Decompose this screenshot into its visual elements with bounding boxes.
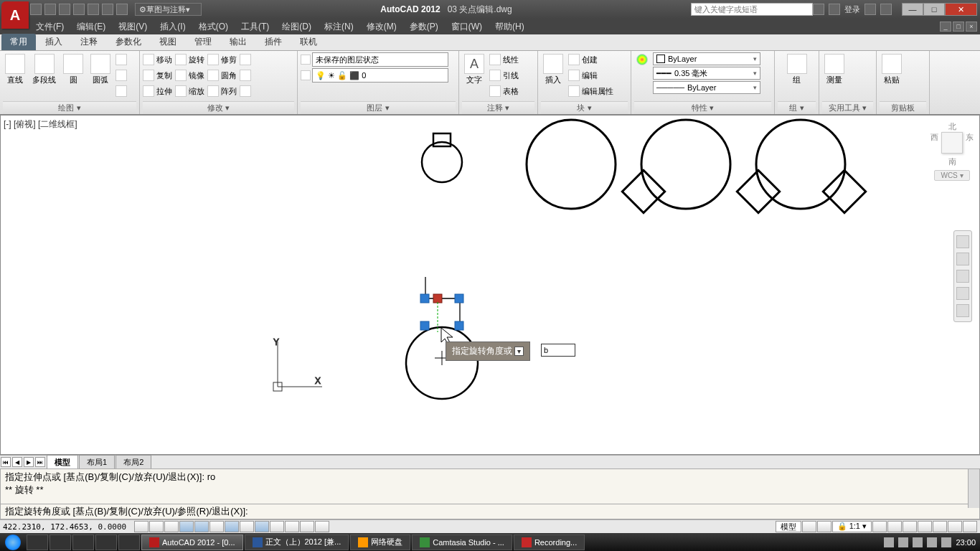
maximize-button[interactable]: □ xyxy=(923,3,945,16)
panel-draw-title[interactable]: 绘图 ▾ xyxy=(3,101,136,114)
command-history[interactable]: 指定拉伸点或 [基点(B)/复制(C)/放弃(U)/退出(X)]: ro ** … xyxy=(0,468,980,519)
dynamic-input[interactable] xyxy=(541,344,575,357)
menu-param[interactable]: 参数(P) xyxy=(404,19,444,34)
text-button[interactable]: A文字 xyxy=(462,52,486,87)
3dosnap-toggle[interactable] xyxy=(209,521,224,532)
lwt-toggle[interactable] xyxy=(270,521,284,532)
menu-draw[interactable]: 绘图(D) xyxy=(276,19,317,34)
clock[interactable]: 23:00 xyxy=(956,538,976,547)
color-combo[interactable]: ByLayer xyxy=(653,52,760,65)
menu-tools[interactable]: 工具(T) xyxy=(235,19,275,34)
signin-icon[interactable] xyxy=(829,4,840,15)
tab-first-button[interactable]: ⏮ xyxy=(1,457,11,467)
annoscale-button[interactable]: 🔒 1:1 ▾ xyxy=(832,521,872,532)
pinned-media[interactable] xyxy=(72,534,94,550)
menu-edit[interactable]: 编辑(E) xyxy=(71,19,111,34)
panel-group-title[interactable]: 组 ▾ xyxy=(778,101,816,114)
menu-view[interactable]: 视图(V) xyxy=(113,19,153,34)
mod-extra-1[interactable] xyxy=(240,52,251,67)
help-icon[interactable] xyxy=(880,4,892,15)
tray-expand-icon[interactable] xyxy=(884,537,894,547)
ws-switch-button[interactable] xyxy=(903,521,917,532)
toolbar-lock-button[interactable] xyxy=(918,521,932,532)
tray-volume-icon[interactable] xyxy=(941,537,951,547)
redo-icon[interactable] xyxy=(116,4,128,15)
viewport-label[interactable]: [-] [俯视] [二维线框] xyxy=(4,118,77,131)
tab-layout1[interactable]: 布局1 xyxy=(79,455,115,469)
menu-insert[interactable]: 插入(I) xyxy=(154,19,191,34)
layer-state-combo[interactable]: 未保存的图层状态 xyxy=(312,52,448,67)
panel-util-title[interactable]: 实用工具 ▾ xyxy=(822,101,873,114)
exchange-icon[interactable] xyxy=(864,4,876,15)
login-button[interactable]: 登录 xyxy=(844,4,860,15)
layer-props-button[interactable] xyxy=(301,55,311,65)
group-button[interactable]: 组 xyxy=(785,52,809,87)
linear-dim-button[interactable]: 线性 xyxy=(489,52,519,67)
tab-view[interactable]: 视图 xyxy=(151,34,185,50)
task-recording[interactable]: Recording... xyxy=(514,534,585,550)
open-icon[interactable] xyxy=(44,4,56,15)
snap-toggle[interactable] xyxy=(134,521,149,532)
showmotion-icon[interactable] xyxy=(956,304,969,317)
system-tray[interactable]: 23:00 xyxy=(880,537,980,547)
draw-extra-1[interactable] xyxy=(116,52,127,67)
menu-dim[interactable]: 标注(N) xyxy=(319,19,359,34)
move-button[interactable]: 移动 xyxy=(143,52,172,67)
copy-button[interactable]: 复制 xyxy=(143,68,172,83)
pinned-app2[interactable] xyxy=(118,534,140,550)
otrack-toggle[interactable] xyxy=(225,521,239,532)
menu-format[interactable]: 格式(O) xyxy=(193,19,234,34)
ortho-toggle[interactable] xyxy=(164,521,179,532)
tab-plugins[interactable]: 插件 xyxy=(256,34,291,50)
circle-button[interactable]: 圆 xyxy=(61,52,85,87)
trim-button[interactable]: 修剪 xyxy=(207,52,237,67)
draw-extra-2[interactable] xyxy=(116,68,127,83)
task-netdisk[interactable]: 网络硬盘 xyxy=(350,534,410,550)
fullnav-icon[interactable] xyxy=(956,235,969,248)
sc-toggle[interactable] xyxy=(315,521,329,532)
polar-toggle[interactable] xyxy=(179,521,194,532)
pinned-ie[interactable] xyxy=(50,534,71,550)
qp-toggle[interactable] xyxy=(300,521,314,532)
tab-last-button[interactable]: ⏭ xyxy=(35,457,45,467)
mirror-button[interactable]: 镜像 xyxy=(175,68,204,83)
task-camtasia[interactable]: Camtasia Studio - ... xyxy=(412,534,512,550)
tab-insert[interactable]: 插入 xyxy=(37,34,71,50)
wcs-badge[interactable]: WCS ▾ xyxy=(934,170,969,181)
scale-button[interactable]: 缩放 xyxy=(175,84,204,98)
stretch-button[interactable]: 拉伸 xyxy=(143,84,172,98)
fillet-button[interactable]: 圆角 xyxy=(207,68,237,83)
quickview-drawings[interactable] xyxy=(817,521,831,532)
close-button[interactable]: ✕ xyxy=(945,3,977,16)
arc-button[interactable]: 圆弧 xyxy=(88,52,113,87)
tray-flag-icon[interactable] xyxy=(898,537,908,547)
annovis-toggle[interactable] xyxy=(872,521,887,532)
tab-home[interactable]: 常用 xyxy=(1,34,36,50)
new-icon[interactable] xyxy=(30,4,42,15)
cmd-scrollbar[interactable] xyxy=(968,469,979,508)
search-icon[interactable] xyxy=(813,4,824,15)
pinned-explorer[interactable] xyxy=(27,534,48,550)
panel-props-title[interactable]: 特性 ▾ xyxy=(634,101,771,114)
task-autocad[interactable]: AutoCAD 2012 - [0... xyxy=(141,534,243,550)
menu-help[interactable]: 帮助(H) xyxy=(489,19,530,34)
tab-output[interactable]: 输出 xyxy=(221,34,255,50)
tab-model[interactable]: 模型 xyxy=(47,455,78,469)
insert-block-button[interactable]: 插入 xyxy=(541,52,565,87)
orbit-icon[interactable] xyxy=(956,287,969,300)
tab-manage[interactable]: 管理 xyxy=(186,34,220,50)
start-button[interactable] xyxy=(0,533,26,551)
dyn-toggle[interactable] xyxy=(255,521,269,532)
measure-button[interactable]: 测量 xyxy=(822,52,847,87)
panel-clip-title[interactable]: 剪贴板 xyxy=(880,101,926,114)
rotate-button[interactable]: 旋转 xyxy=(175,52,204,67)
annoauto-toggle[interactable] xyxy=(887,521,902,532)
lineweight-combo[interactable]: ━━━ 0.35 毫米 xyxy=(653,67,760,80)
edit-block-button[interactable]: 编辑 xyxy=(568,68,613,83)
tab-prev-button[interactable]: ◀ xyxy=(12,457,22,467)
coords-display[interactable]: 422.2310, 172.4653, 0.0000 xyxy=(3,522,126,532)
menu-window[interactable]: 窗口(W) xyxy=(446,19,488,34)
quickview-layouts[interactable] xyxy=(802,521,816,532)
doc-min-button[interactable]: _ xyxy=(940,22,951,32)
menu-modify[interactable]: 修改(M) xyxy=(361,19,402,34)
